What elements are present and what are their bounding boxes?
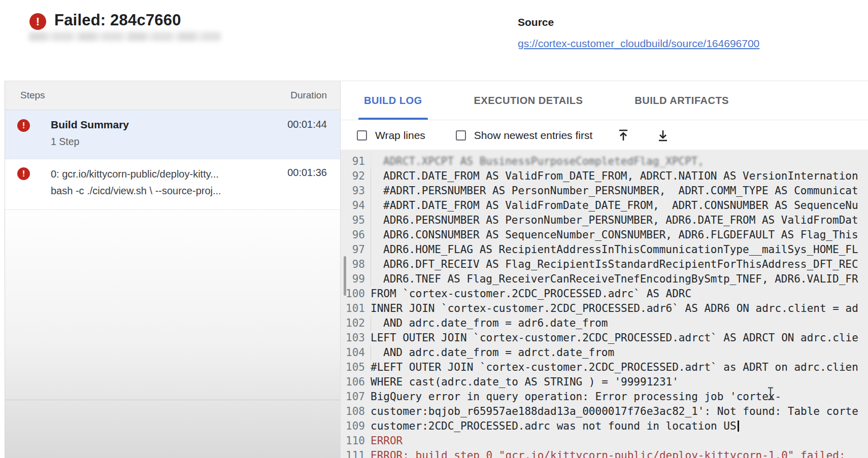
log-line-text: customer:2CDC_PROCESSED.adrc was not fou…	[371, 419, 739, 434]
steps-panel: Steps Duration ! Build Summary 1 Step 00…	[5, 81, 340, 458]
log-line-94: 94#ADRT.DATE_FROM AS ValidFromDate_DATE_…	[341, 198, 868, 213]
log-line-102: 102AND adrc.date_from = adr6.date_from	[341, 316, 868, 331]
log-line-number: 104	[341, 345, 365, 360]
tab-execution-details[interactable]: EXECUTION DETAILS	[469, 81, 589, 120]
source-label: Source	[518, 16, 554, 28]
steps-list-header: Steps Duration	[5, 81, 340, 110]
tab-build-artifacts[interactable]: BUILD ARTIFACTS	[629, 81, 735, 120]
log-line-number: 101	[341, 301, 365, 316]
source-link[interactable]: gs://cortex-customer_cloudbuild/source/1…	[518, 38, 867, 50]
wrap-lines-label: Wrap lines	[375, 129, 425, 142]
log-line-91: 91ADRCT.XPCPT AS BusinessPurposeComplete…	[341, 154, 868, 169]
log-line-number: 93	[341, 184, 365, 198]
steps-empty-area	[5, 210, 340, 458]
detail-tabs: BUILD LOGEXECUTION DETAILSBUILD ARTIFACT…	[341, 81, 868, 120]
log-line-number: 110	[341, 434, 365, 448]
log-line-104: 104AND adrc.date_from = adrct.date_from	[341, 345, 868, 360]
log-line-number: 96	[341, 228, 365, 242]
log-line-111: 111ERROR: build step 0 "gcr.io/kittycorn…	[341, 448, 868, 458]
error-status-icon: !	[29, 13, 46, 30]
log-line-text: INNER JOIN `cortex-customer.2CDC_PROCESS…	[371, 301, 858, 316]
log-line-text: customer:bqjob_r65957ae188dad13a_0000017…	[371, 404, 858, 419]
steps-column-header: Steps	[20, 90, 45, 101]
log-line-number: 106	[341, 375, 365, 390]
build-log-viewer[interactable]: 91ADRCT.XPCPT AS BusinessPurposeComplete…	[341, 150, 868, 458]
step-title: 0: gcr.io/kittycorn-public/deploy-kitty.…	[51, 166, 281, 183]
text-caret	[738, 420, 739, 432]
log-line-text: ADR6.CONSNUMBER AS SequenceNumber_CONSNU…	[371, 228, 858, 242]
scroll-to-bottom-icon	[656, 128, 670, 143]
duration-column-header: Duration	[290, 90, 327, 101]
log-line-text: WHERE cast(adrc.date_to AS STRING ) = '9…	[371, 375, 679, 390]
log-line-number: 91	[341, 154, 365, 169]
log-line-number: 105	[341, 360, 365, 375]
steps-list: ! Build Summary 1 Step 00:01:44 ! 0: gcr…	[5, 110, 340, 210]
steps-faint-divider	[5, 400, 340, 400]
tab-build-log[interactable]: BUILD LOG	[358, 81, 428, 120]
log-line-105: 105#LEFT OUTER JOIN `cortex-customer.2CD…	[341, 360, 868, 375]
log-toolbar: Wrap lines Show newest entries first	[341, 121, 868, 150]
step-row-0[interactable]: ! Build Summary 1 Step 00:01:44	[5, 110, 340, 159]
log-line-number: 108	[341, 404, 365, 419]
step-error-icon: !	[17, 167, 30, 180]
log-lines: 91ADRCT.XPCPT AS BusinessPurposeComplete…	[341, 154, 868, 458]
left-rail	[0, 81, 5, 458]
log-line-text: ADR6.PERSNUMBER AS PersonNumber_PERSNUMB…	[371, 213, 858, 228]
log-scrollbar-thumb[interactable]	[344, 256, 346, 296]
log-line-93: 93#ADRT.PERSNUMBER AS PersonNumber_PERSN…	[341, 184, 868, 198]
log-line-text: ADR6.DFT_RECEIV AS Flag_RecipientIsStand…	[371, 257, 858, 272]
log-line-text: FROM `cortex-customer.2CDC_PROCESSED.adr…	[371, 287, 691, 301]
log-line-92: 92ADRCT.DATE_FROM AS ValidFrom_DATE_FROM…	[341, 169, 868, 184]
log-line-text: #ADRT.DATE_FROM AS ValidFromDate_DATE_FR…	[371, 198, 858, 213]
log-line-text: ADR6.HOME_FLAG AS RecipientAddressInThis…	[371, 242, 858, 257]
log-line-99: 99ADR6.TNEF AS Flag_ReceiverCanReceiveTn…	[341, 272, 868, 287]
log-line-110: 110ERROR	[341, 434, 868, 448]
log-line-96: 96ADR6.CONSNUMBER AS SequenceNumber_CONS…	[341, 228, 868, 242]
log-line-106: 106WHERE cast(adrc.date_to AS STRING ) =…	[341, 375, 868, 390]
log-line-number: 97	[341, 242, 365, 257]
page-title: Failed: 284c7660	[54, 11, 181, 29]
log-line-text: AND adrc.date_from = adr6.date_from	[371, 316, 608, 331]
step-subtitle: 1 Step	[51, 135, 281, 148]
log-line-100: 100FROM `cortex-customer.2CDC_PROCESSED.…	[341, 287, 868, 301]
log-line-text: ADRCT.DATE_FROM AS ValidFrom_DATE_FROM, …	[371, 169, 858, 184]
step-row-1[interactable]: ! 0: gcr.io/kittycorn-public/deploy-kitt…	[5, 159, 340, 210]
log-line-number: 103	[341, 331, 365, 345]
blurred-subtitle	[29, 32, 221, 41]
log-line-number: 111	[341, 448, 365, 458]
log-line-101: 101INNER JOIN `cortex-customer.2CDC_PROC…	[341, 301, 868, 316]
log-line-text: ADRCT.XPCPT AS BusinessPurposeCompletedF…	[371, 154, 704, 169]
newest-first-checkbox[interactable]	[456, 130, 466, 140]
newest-first-label: Show newest entries first	[474, 129, 592, 142]
log-line-text: ERROR: build step 0 "gcr.io/kittycorn-pu…	[371, 448, 846, 458]
log-line-107: 107BigQuery error in query operation: Er…	[341, 390, 868, 404]
log-line-text: BigQuery error in query operation: Error…	[371, 390, 781, 404]
log-line-text: LEFT OUTER JOIN `cortex-customer.2CDC_PR…	[371, 331, 858, 345]
scroll-to-top-icon	[616, 128, 630, 143]
log-line-number: 107	[341, 390, 365, 404]
scroll-to-bottom-button[interactable]	[654, 127, 672, 144]
wrap-lines-toggle[interactable]: Wrap lines	[357, 129, 425, 142]
wrap-lines-checkbox[interactable]	[357, 130, 367, 140]
log-line-text: ADR6.TNEF AS Flag_ReceiverCanReceiveTnef…	[371, 272, 858, 287]
log-line-number: 95	[341, 213, 365, 228]
newest-first-toggle[interactable]: Show newest entries first	[456, 129, 592, 142]
step-subtitle: bash -c ./cicd/view.sh \ --source-proj..…	[51, 183, 281, 199]
log-line-108: 108customer:bqjob_r65957ae188dad13a_0000…	[341, 404, 868, 419]
log-line-number: 92	[341, 169, 365, 184]
log-line-text: #ADRT.PERSNUMBER AS PersonNumber_PERSNUM…	[371, 184, 858, 198]
log-line-103: 103LEFT OUTER JOIN `cortex-customer.2CDC…	[341, 331, 868, 345]
log-line-text: #LEFT OUTER JOIN `cortex-customer.2CDC_P…	[371, 360, 858, 375]
log-line-95: 95ADR6.PERSNUMBER AS PersonNumber_PERSNU…	[341, 213, 868, 228]
scroll-to-top-button[interactable]	[615, 127, 632, 144]
step-error-icon: !	[17, 119, 30, 132]
step-duration: 00:01:36	[287, 167, 327, 209]
step-title: Build Summary	[51, 118, 281, 131]
log-line-text: AND adrc.date_from = adrct.date_from	[371, 345, 614, 360]
log-line-number: 109	[341, 419, 365, 434]
log-line-number: 94	[341, 198, 365, 213]
log-line-97: 97ADR6.HOME_FLAG AS RecipientAddressInTh…	[341, 242, 868, 257]
log-line-number: 102	[341, 316, 365, 331]
log-line-109: 109customer:2CDC_PROCESSED.adrc was not …	[341, 419, 868, 434]
step-duration: 00:01:44	[287, 119, 327, 159]
